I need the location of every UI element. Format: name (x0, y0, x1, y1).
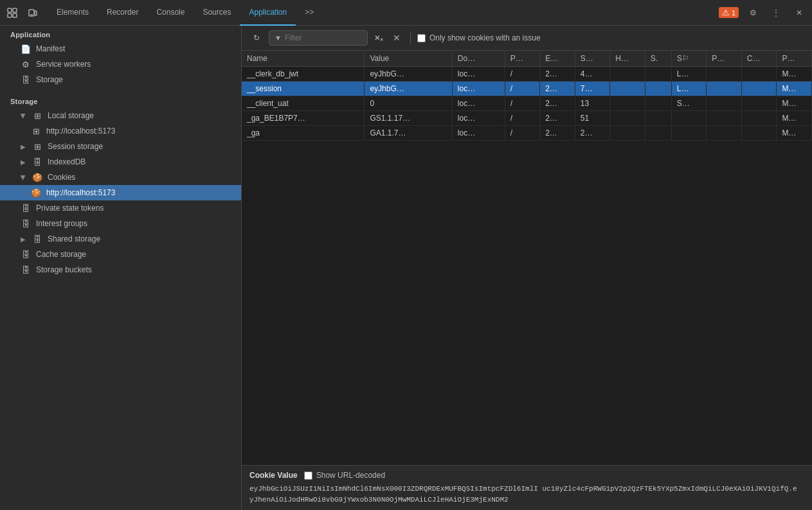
cell-8: L… (671, 67, 707, 82)
show-url-decoded-checkbox[interactable] (304, 471, 312, 480)
cell-6 (610, 126, 645, 141)
col-priority[interactable]: P… (707, 51, 742, 67)
col-secure[interactable]: S. (645, 51, 671, 67)
cell-10 (741, 82, 777, 96)
tab-console[interactable]: Console (147, 0, 194, 26)
sidebar-item-local-storage-url[interactable]: ⊞ http://localhost:5173 (0, 123, 241, 139)
cookies-icon: 🍪 (32, 172, 42, 182)
cell-10 (741, 96, 777, 111)
col-name[interactable]: Name (242, 51, 365, 67)
tab-more[interactable]: >> (296, 0, 323, 26)
expand-icon: ▶ (20, 113, 27, 118)
sidebar-item-indexeddb[interactable]: ▶ 🗄 IndexedDB (0, 154, 241, 170)
close-button[interactable]: ✕ (790, 4, 808, 22)
main-tabs: Elements Recorder Console Sources Applic… (48, 0, 719, 26)
device-icon[interactable] (24, 4, 41, 21)
cell-1: GA1.1.7… (365, 126, 452, 141)
cell-6 (610, 82, 645, 96)
sidebar-item-private-state-tokens[interactable]: 🗄 Private state tokens (0, 200, 241, 216)
cell-8 (671, 111, 707, 126)
tab-sources[interactable]: Sources (194, 0, 240, 26)
refresh-button[interactable]: ↻ (248, 30, 265, 46)
expand-icon: ▶ (20, 175, 27, 180)
sidebar-item-cache-storage[interactable]: 🗄 Cache storage (0, 247, 241, 262)
svg-rect-1 (13, 8, 17, 12)
only-issues-label[interactable]: Only show cookies with an issue (417, 33, 541, 42)
settings-button[interactable]: ⚙ (744, 4, 762, 22)
show-url-decoded-label[interactable]: Show URL-decoded (304, 471, 385, 480)
cell-8: L… (671, 82, 707, 96)
notification-badge[interactable]: ⚠ 1 (719, 7, 739, 18)
clear-filter-x-button[interactable]: ✕ₓ (372, 31, 386, 45)
inspect-icon[interactable] (4, 4, 21, 21)
sidebar-item-local-storage[interactable]: ▶ ⊞ Local storage (0, 108, 241, 123)
cell-3: / (505, 111, 540, 126)
cell-0: __clerk_db_jwt (242, 67, 365, 82)
tab-application[interactable]: Application (240, 0, 296, 26)
cell-2: loc… (452, 96, 505, 111)
col-samesite[interactable]: S⚐ (671, 51, 707, 67)
clear-button[interactable]: ✕ (390, 31, 404, 45)
cell-1: GS1.1.17… (365, 111, 452, 126)
expand-icon: ▶ (21, 236, 26, 243)
indexeddb-icon: 🗄 (32, 157, 42, 167)
sidebar-item-shared-storage[interactable]: ▶ 🗄 Shared storage (0, 231, 241, 247)
cell-5: 2… (575, 126, 610, 141)
col-path[interactable]: P… (505, 51, 540, 67)
sidebar-item-service-workers[interactable]: ⚙ Service workers (0, 57, 241, 72)
cell-7 (645, 111, 671, 126)
sidebar: Application 📄 Manifest ⚙ Service workers… (0, 26, 242, 510)
cell-6 (610, 96, 645, 111)
sidebar-item-storage-buckets[interactable]: 🗄 Storage buckets (0, 262, 241, 277)
local-storage-url-icon: ⊞ (31, 126, 41, 136)
storage-section-header: Storage (0, 92, 241, 108)
sidebar-item-interest-groups[interactable]: 🗄 Interest groups (0, 216, 241, 231)
sidebar-item-session-storage[interactable]: ▶ ⊞ Session storage (0, 139, 241, 154)
table-row[interactable]: __sessioneyJhbG…loc…/2…7…L…M… (242, 82, 812, 96)
tab-bar: Elements Recorder Console Sources Applic… (0, 0, 812, 26)
cookie-value-text: eyJhbGciOiJSUzI1NiIsImNhdCl6ImNsX000I3ZD… (249, 484, 804, 505)
col-10[interactable]: C… (741, 51, 777, 67)
col-size[interactable]: S… (575, 51, 610, 67)
shared-storage-icon: 🗄 (32, 234, 42, 244)
content-area: ↻ ▼ ✕ₓ ✕ Only show cookies with an issue… (242, 26, 812, 510)
cell-2: loc… (452, 111, 505, 126)
cell-11: M… (777, 96, 812, 111)
col-11[interactable]: P… (777, 51, 812, 67)
cookies-url-icon: 🍪 (31, 188, 41, 198)
cell-11: M… (777, 67, 812, 82)
filter-input[interactable] (285, 33, 362, 42)
sidebar-item-manifest[interactable]: 📄 Manifest (0, 41, 241, 57)
cell-0: __session (242, 82, 365, 96)
col-expires[interactable]: E… (540, 51, 575, 67)
svg-rect-0 (8, 8, 12, 12)
col-httponly[interactable]: H… (610, 51, 645, 67)
more-options-button[interactable]: ⋮ (767, 4, 785, 22)
cell-7 (645, 82, 671, 96)
tab-elements[interactable]: Elements (48, 0, 98, 26)
sidebar-item-storage[interactable]: 🗄 Storage (0, 72, 241, 87)
only-issues-checkbox[interactable] (417, 34, 426, 42)
cell-7 (645, 126, 671, 141)
table-row[interactable]: _ga_BE1B7P7…GS1.1.17…loc…/2…51M… (242, 111, 812, 126)
table-row[interactable]: _gaGA1.1.7…loc…/2…2…M… (242, 126, 812, 141)
sidebar-item-cookies[interactable]: ▶ 🍪 Cookies (0, 170, 241, 185)
cell-9 (707, 82, 742, 96)
sidebar-item-cookies-url[interactable]: 🍪 http://localhost:5173 (0, 185, 241, 200)
cell-0: _ga (242, 126, 365, 141)
session-storage-icon: ⊞ (32, 141, 42, 152)
cell-9 (707, 67, 742, 82)
col-domain[interactable]: Do… (452, 51, 505, 67)
cell-7 (645, 96, 671, 111)
cell-6 (610, 111, 645, 126)
cell-4: 2… (540, 67, 575, 82)
table-row[interactable]: __clerk_db_jwteyJhbG…loc…/2…4…L…M… (242, 67, 812, 82)
col-value[interactable]: Value (365, 51, 452, 67)
tab-recorder[interactable]: Recorder (98, 0, 147, 26)
table-row[interactable]: __client_uat0loc…/2…13S…M… (242, 96, 812, 111)
cell-1: eyJhbG… (365, 67, 452, 82)
cell-4: 2… (540, 126, 575, 141)
cell-5: 51 (575, 111, 610, 126)
cell-4: 2… (540, 111, 575, 126)
tab-bar-right: ⚠ 1 ⚙ ⋮ ✕ (719, 4, 808, 22)
